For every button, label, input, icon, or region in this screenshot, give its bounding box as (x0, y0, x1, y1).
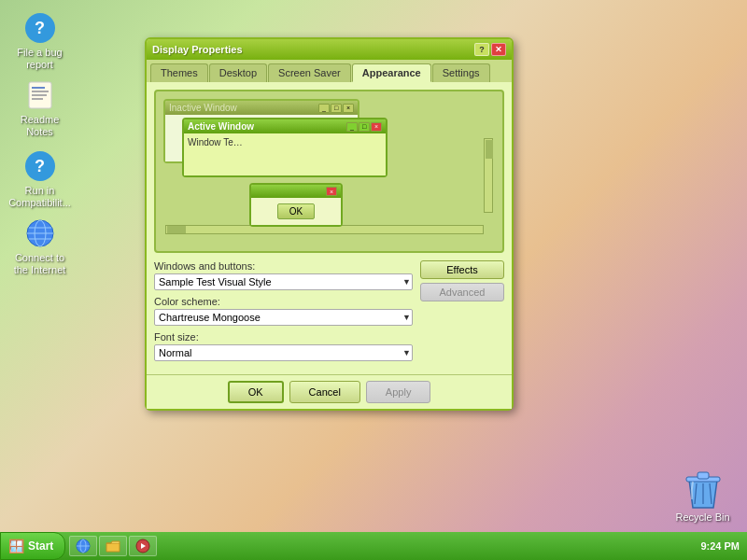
prev-min-btn: _ (318, 104, 330, 113)
display-properties-dialog: Display Properties ? ✕ Themes Desktop Sc… (145, 37, 514, 411)
advanced-button: Advanced (420, 283, 504, 301)
preview-msgbox-titlebar: × (251, 185, 341, 198)
color-scheme-select[interactable]: Chartreuse Mongoose Default (154, 309, 413, 326)
dialog-tabs: Themes Desktop Screen Saver Appearance S… (147, 60, 512, 82)
preview-hscroll-thumb (167, 226, 186, 233)
prev-close-btn: × (343, 104, 354, 113)
ok-button[interactable]: OK (228, 381, 284, 403)
svg-rect-1 (32, 87, 45, 89)
preview-msgbox: × OK (249, 183, 343, 227)
tab-themes[interactable]: Themes (150, 63, 208, 82)
preview-scrollbar (484, 138, 493, 213)
preview-scrollbar-thumb (486, 140, 493, 159)
readme-label: Readme Notes (8, 114, 71, 138)
preview-area: Inactive Window _ □ × Active Window (154, 90, 504, 253)
color-scheme-row: Color scheme: Chartreuse Mongoose Defaul… (154, 296, 413, 326)
dialog-titlebar: Display Properties ? ✕ (147, 39, 512, 60)
prev-active-min: _ (346, 122, 358, 132)
font-size-row: Font size: Normal Large Fonts Extra Larg… (154, 331, 413, 361)
start-label: Start (28, 539, 53, 553)
prev-max-btn: □ (331, 104, 342, 113)
preview-inactive-titlebar: Inactive Window _ □ × (165, 101, 358, 115)
start-icon: 🪟 (8, 539, 24, 553)
preview-ok-button[interactable]: OK (277, 203, 315, 219)
tab-appearance[interactable]: Appearance (352, 63, 431, 82)
cancel-button[interactable]: Cancel (289, 381, 360, 403)
windows-buttons-label: Windows and buttons: (154, 260, 413, 272)
tab-settings[interactable]: Settings (432, 63, 490, 82)
recycle-bin-label: Recycle Bin (675, 511, 729, 523)
dialog-footer: OK Cancel Apply (147, 374, 512, 409)
font-size-label: Font size: (154, 331, 413, 343)
preview-active-title-text: Active Window (188, 121, 254, 132)
file-bug-icon: ? (25, 13, 55, 43)
font-size-select[interactable]: Normal Large Fonts Extra Large Fonts (154, 344, 413, 361)
desktop-icon-file-bug[interactable]: ? File a bug report (5, 9, 75, 75)
desktop-icon-compat[interactable]: ? Run in Compatibilit... (5, 147, 75, 213)
windows-buttons-row: Windows and buttons: Sample Test Visual … (154, 260, 413, 290)
windows-buttons-dropdown-wrapper: Sample Test Visual Style Windows Classic… (154, 273, 413, 290)
preview-window-text: Window Te… (188, 137, 243, 147)
font-size-dropdown-wrapper: Normal Large Fonts Extra Large Fonts ▼ (154, 344, 413, 361)
svg-rect-2 (32, 91, 49, 92)
svg-rect-11 (698, 472, 709, 479)
recycle-bin[interactable]: Recycle Bin (668, 467, 738, 523)
readme-icon (25, 80, 55, 110)
color-scheme-dropdown-wrapper: Chartreuse Mongoose Default ▼ (154, 309, 413, 326)
compat-label: Run in Compatibilit... (8, 185, 71, 209)
svg-rect-4 (32, 98, 43, 100)
close-button[interactable]: ✕ (491, 43, 506, 56)
preview-active-window: Active Window _ □ × Window Te… (182, 118, 388, 177)
desktop: ? File a bug report Readme Notes ? Run i… (0, 0, 747, 560)
dialog-title: Display Properties (152, 44, 243, 55)
taskbar-middle (65, 536, 693, 556)
prev-active-close: × (371, 122, 382, 132)
svg-rect-3 (32, 94, 47, 96)
help-button[interactable]: ? (474, 43, 489, 56)
form-right: Effects Advanced (420, 260, 504, 301)
dialog-title-buttons: ? ✕ (474, 43, 506, 56)
windows-buttons-select[interactable]: Sample Test Visual Style Windows Classic… (154, 273, 413, 290)
form-left: Windows and buttons: Sample Test Visual … (154, 260, 413, 367)
tab-desktop[interactable]: Desktop (209, 63, 267, 82)
internet-label: Connect tothe Internet (14, 252, 66, 276)
preview-msgbox-body: OK (251, 198, 341, 225)
internet-icon (25, 218, 55, 248)
taskbar-media-icon[interactable] (129, 536, 157, 556)
prev-active-max: □ (359, 122, 370, 132)
preview-inactive-buttons: _ □ × (318, 104, 354, 113)
apply-button: Apply (366, 381, 431, 403)
recycle-bin-icon (681, 467, 726, 511)
taskbar-folder-icon[interactable] (99, 536, 127, 556)
taskbar-ie-icon[interactable] (69, 536, 97, 556)
dialog-body: Inactive Window _ □ × Active Window (147, 82, 512, 374)
preview-active-body: Window Te… (184, 133, 386, 175)
desktop-icon-internet[interactable]: Connect tothe Internet (5, 215, 75, 280)
form-fields: Windows and buttons: Sample Test Visual … (154, 260, 504, 367)
prev-msgbox-close: × (326, 187, 337, 196)
preview-inactive-title-text: Inactive Window (169, 103, 237, 113)
tab-screensaver[interactable]: Screen Saver (268, 63, 351, 82)
color-scheme-label: Color scheme: (154, 296, 413, 307)
desktop-icon-readme[interactable]: Readme Notes (5, 77, 75, 142)
preview-active-buttons: _ □ × (346, 122, 382, 132)
start-button[interactable]: 🪟 Start (0, 532, 65, 560)
taskbar-clock: 9:24 PM (693, 540, 747, 552)
file-bug-label: File a bug report (8, 47, 71, 71)
preview-active-titlebar: Active Window _ □ × (184, 119, 386, 133)
taskbar: 🪟 Start (0, 532, 747, 560)
compat-icon: ? (25, 151, 55, 181)
effects-button[interactable]: Effects (420, 260, 504, 279)
